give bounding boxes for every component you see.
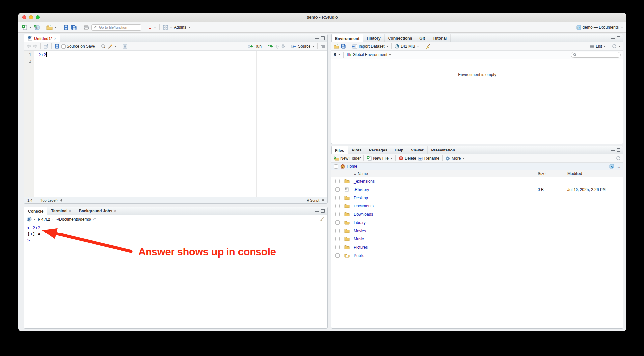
environment-scope-selector[interactable]: Global Environment xyxy=(347,52,391,57)
file-type-selector[interactable]: R Script xyxy=(307,198,324,202)
clear-objects-button[interactable] xyxy=(425,44,430,49)
document-outline-button[interactable] xyxy=(321,45,325,48)
more-button[interactable]: More xyxy=(445,156,465,161)
close-icon[interactable]: × xyxy=(114,209,116,213)
select-all-checkbox[interactable] xyxy=(334,164,338,169)
row-checkbox[interactable] xyxy=(335,187,340,192)
ellipsis-button[interactable]: … xyxy=(616,164,620,169)
minimize-pane-button[interactable] xyxy=(315,209,319,212)
file-link[interactable]: Library xyxy=(354,220,366,225)
refresh-files-button[interactable] xyxy=(616,156,621,161)
tab-packages[interactable]: Packages xyxy=(365,146,391,154)
r-project-cube-icon[interactable]: R xyxy=(609,164,614,169)
row-checkbox[interactable] xyxy=(335,229,340,233)
memory-usage-button[interactable]: 142 MiB xyxy=(395,44,419,49)
file-link[interactable]: Downloads xyxy=(354,212,373,217)
print-button[interactable] xyxy=(84,25,89,30)
source-on-save-checkbox[interactable]: Source on Save xyxy=(61,44,95,49)
row-checkbox[interactable] xyxy=(335,204,340,208)
tab-history[interactable]: History xyxy=(363,34,384,42)
load-workspace-button[interactable] xyxy=(334,44,339,49)
breadcrumb-home[interactable]: Home xyxy=(340,164,357,169)
editor-body[interactable]: 1 2 2+2 xyxy=(24,51,327,197)
column-header-modified[interactable]: Modified xyxy=(566,170,623,177)
version-control-button[interactable] xyxy=(148,25,156,30)
file-link[interactable]: _extensions xyxy=(354,179,375,184)
console-output[interactable]: > 2+2 [1] 4 > xyxy=(24,223,327,328)
find-replace-button[interactable] xyxy=(101,44,106,49)
close-icon[interactable]: × xyxy=(54,36,56,41)
save-document-button[interactable] xyxy=(55,44,59,49)
display-mode-button[interactable]: List xyxy=(590,44,606,49)
row-checkbox[interactable] xyxy=(335,237,340,241)
maximize-pane-button[interactable] xyxy=(617,36,620,40)
save-workspace-button[interactable] xyxy=(341,44,346,49)
tab-git[interactable]: Git xyxy=(416,34,429,42)
row-checkbox[interactable] xyxy=(335,212,340,216)
zoom-window-button[interactable] xyxy=(36,15,40,19)
tab-connections[interactable]: Connections xyxy=(385,34,416,42)
go-to-next-chunk-button[interactable] xyxy=(281,44,285,49)
new-folder-button[interactable]: New Folder xyxy=(334,156,361,161)
maximize-pane-button[interactable] xyxy=(321,36,325,40)
forward-button[interactable] xyxy=(33,44,38,48)
compile-report-button[interactable] xyxy=(123,44,127,49)
tab-plots[interactable]: Plots xyxy=(348,146,365,154)
refresh-environment-button[interactable] xyxy=(612,44,621,49)
scope-selector[interactable]: (Top Level) xyxy=(40,198,62,202)
addins-button[interactable]: Addins xyxy=(174,25,190,30)
maximize-pane-button[interactable] xyxy=(321,209,325,213)
run-button[interactable]: Run xyxy=(248,44,262,49)
popout-button[interactable] xyxy=(44,44,48,49)
new-file-button[interactable] xyxy=(22,25,31,30)
new-file-button[interactable]: New File xyxy=(367,156,392,161)
tab-files[interactable]: Files xyxy=(331,146,348,154)
import-dataset-button[interactable]: Import Dataset xyxy=(352,44,389,49)
save-all-button[interactable] xyxy=(71,25,77,30)
tab-background-jobs[interactable]: Background Jobs × xyxy=(75,207,120,215)
language-selector[interactable]: R xyxy=(334,52,340,57)
minimize-pane-button[interactable] xyxy=(611,37,615,40)
clear-console-icon[interactable] xyxy=(320,217,325,222)
save-button[interactable] xyxy=(64,25,68,30)
file-link[interactable]: Music xyxy=(354,237,364,241)
source-button[interactable]: Source xyxy=(291,44,314,49)
code-tools-button[interactable] xyxy=(108,44,117,49)
pane-layout-button[interactable] xyxy=(163,25,172,30)
editor-code-area[interactable]: 2+2 xyxy=(34,51,327,197)
open-file-button[interactable] xyxy=(46,25,57,30)
row-checkbox[interactable] xyxy=(335,253,340,258)
file-link[interactable]: Desktop xyxy=(354,196,368,200)
row-checkbox[interactable] xyxy=(335,196,340,200)
file-link[interactable]: Public xyxy=(354,253,364,258)
tab-terminal[interactable]: Terminal × xyxy=(47,207,75,215)
new-project-button[interactable]: R xyxy=(34,25,40,30)
tab-help[interactable]: Help xyxy=(391,146,407,154)
column-header-name[interactable]: ▲Name xyxy=(352,170,536,177)
r-version-menu[interactable]: R xyxy=(27,217,36,222)
rename-button[interactable]: Rename xyxy=(418,156,439,161)
delete-button[interactable]: Delete xyxy=(399,156,416,161)
close-icon[interactable]: × xyxy=(69,209,71,213)
tab-untitled1[interactable]: R Untitled1* × xyxy=(24,34,60,42)
goto-file-input[interactable]: Go to file/function xyxy=(91,24,141,31)
file-link[interactable]: Pictures xyxy=(354,245,368,250)
tab-presentation[interactable]: Presentation xyxy=(428,146,459,154)
file-link[interactable]: Movies xyxy=(354,229,366,233)
rerun-button[interactable] xyxy=(268,44,273,48)
row-checkbox[interactable] xyxy=(335,245,340,249)
minimize-window-button[interactable] xyxy=(29,15,33,19)
file-link[interactable]: Documents xyxy=(354,204,374,208)
go-to-previous-chunk-button[interactable] xyxy=(275,44,279,49)
back-button[interactable] xyxy=(26,44,31,48)
tab-environment[interactable]: Environment xyxy=(331,34,363,42)
goto-directory-icon[interactable] xyxy=(93,217,97,221)
maximize-pane-button[interactable] xyxy=(617,148,620,152)
tab-console[interactable]: Console xyxy=(24,207,47,215)
file-link[interactable]: .Rhistory xyxy=(354,187,369,192)
environment-search-input[interactable] xyxy=(571,52,621,58)
minimize-pane-button[interactable] xyxy=(611,149,615,151)
project-menu-button[interactable]: R demo — Documents xyxy=(576,25,623,30)
tab-viewer[interactable]: Viewer xyxy=(407,146,427,154)
row-checkbox[interactable] xyxy=(335,220,340,225)
